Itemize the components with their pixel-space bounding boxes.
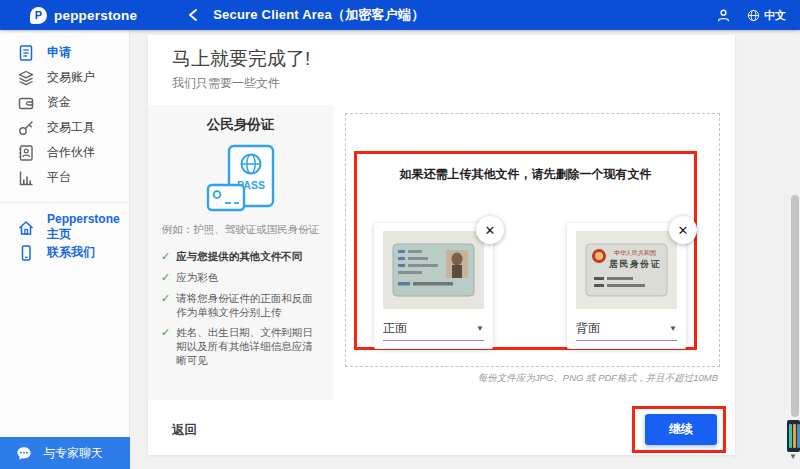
key-icon bbox=[17, 119, 35, 137]
pepperstone-logo-icon: P bbox=[30, 7, 47, 24]
side-select-front[interactable]: 正面 ▼ bbox=[383, 320, 484, 341]
sidebar: 申请 交易账户 资金 交易工具 bbox=[0, 30, 130, 469]
chat-label: 与专家聊天 bbox=[43, 445, 103, 462]
checklist-item: ✓ 姓名、出生日期、文件到期日期以及所有其他详细信息应清晰可见 bbox=[161, 325, 323, 368]
brand-name: pepperstone bbox=[54, 8, 137, 23]
scrollbar-mini-widget[interactable] bbox=[787, 420, 800, 452]
chevron-down-icon: ▼ bbox=[476, 324, 484, 333]
remove-file-button[interactable]: ✕ bbox=[476, 216, 504, 244]
chat-bubble-icon bbox=[16, 446, 32, 461]
check-icon: ✓ bbox=[161, 291, 170, 319]
sidebar-item-partners[interactable]: 合作伙伴 bbox=[0, 140, 129, 165]
sidebar-item-label: 交易工具 bbox=[47, 119, 95, 136]
user-icon[interactable] bbox=[716, 8, 731, 23]
sidebar-item-label: 交易账户 bbox=[47, 69, 95, 86]
content-heading: 马上就要完成了! bbox=[172, 46, 310, 72]
sidebar-item-label: 合作伙伴 bbox=[47, 144, 95, 161]
file-format-note: 每份文件应为JPG、PNG 或 PDF格式，并且不超过10MB bbox=[478, 372, 718, 385]
secure-client-area-page: P pepperstone Secure Client Area（加密客户端） … bbox=[0, 0, 800, 469]
sidebar-item-platforms[interactable]: 平台 bbox=[0, 165, 129, 190]
document-icon bbox=[17, 44, 35, 62]
chat-with-expert-button[interactable]: 与专家聊天 bbox=[0, 437, 130, 469]
sidebar-item-trading-accounts[interactable]: 交易账户 bbox=[0, 65, 129, 90]
sidebar-item-label: 联系我们 bbox=[47, 244, 95, 261]
check-icon: ✓ bbox=[161, 270, 170, 285]
uploaded-file-card-front: ✕ 正面 ▼ bbox=[374, 223, 493, 349]
language-switcher[interactable]: 中文 bbox=[747, 8, 786, 23]
sidebar-link-contact-us[interactable]: 联系我们 bbox=[0, 240, 129, 265]
pepperstone-logo[interactable]: P pepperstone bbox=[30, 7, 137, 24]
main-content: 马上就要完成了! 我们只需要一些文件 公民身份证 PASS 例如：护照、驾驶证或… bbox=[148, 35, 735, 455]
layers-icon bbox=[17, 69, 35, 87]
remove-file-button[interactable]: ✕ bbox=[669, 216, 697, 244]
sidebar-item-label: Pepperstone 主页 bbox=[47, 212, 129, 243]
chevron-down-icon: ▼ bbox=[669, 324, 677, 333]
checklist-item: ✓ 应为彩色 bbox=[161, 270, 323, 285]
sidebar-link-homepage[interactable]: Pepperstone 主页 bbox=[0, 215, 129, 240]
home-icon bbox=[17, 219, 35, 237]
upload-limit-warning: 如果还需上传其他文件，请先删除一个现有文件 bbox=[354, 166, 697, 183]
language-label: 中文 bbox=[764, 8, 786, 23]
passport-icon: PASS bbox=[148, 143, 333, 217]
upload-dropzone[interactable]: 如果还需上传其他文件，请先删除一个现有文件 ✕ bbox=[345, 113, 720, 367]
phone-icon bbox=[17, 244, 35, 262]
sidebar-item-label: 申请 bbox=[47, 44, 71, 61]
address-book-icon bbox=[17, 144, 35, 162]
back-button[interactable]: 返回 bbox=[172, 422, 197, 439]
id-front-image bbox=[383, 231, 484, 309]
wallet-icon bbox=[17, 94, 35, 112]
document-type-title: 公民身份证 bbox=[148, 116, 333, 134]
svg-text:居民身份证: 居民身份证 bbox=[608, 259, 662, 269]
continue-button[interactable]: 继续 bbox=[645, 414, 717, 445]
sidebar-item-trading-tools[interactable]: 交易工具 bbox=[0, 115, 129, 140]
uploaded-file-card-back: ✕ 中华人民共和国 居民身份证 背面 ▼ bbox=[567, 223, 686, 349]
top-bar: P pepperstone Secure Client Area（加密客户端） … bbox=[0, 0, 800, 30]
globe-icon bbox=[747, 9, 760, 22]
content-subheading: 我们只需要一些文件 bbox=[172, 75, 280, 92]
checklist-item: ✓ 应与您提供的其他文件不同 bbox=[161, 249, 323, 264]
scrollbar-thumb[interactable] bbox=[791, 195, 799, 417]
sidebar-item-application[interactable]: 申请 bbox=[0, 40, 129, 65]
bar-chart-icon bbox=[17, 169, 35, 187]
checklist-item: ✓ 请将您身份证件的正面和反面作为单独文件分别上传 bbox=[161, 291, 323, 319]
svg-text:中华人民共和国: 中华人民共和国 bbox=[614, 249, 656, 257]
page-title: Secure Client Area（加密客户端） bbox=[213, 6, 424, 24]
sidebar-item-label: 平台 bbox=[47, 169, 71, 186]
side-select-back[interactable]: 背面 ▼ bbox=[576, 320, 677, 341]
check-icon: ✓ bbox=[161, 325, 170, 368]
sidebar-divider bbox=[0, 202, 129, 203]
back-chevron-icon[interactable] bbox=[187, 7, 199, 23]
scrollbar-down-arrow[interactable]: ▼ bbox=[789, 452, 797, 461]
id-back-image: 中华人民共和国 居民身份证 bbox=[576, 231, 677, 309]
sidebar-item-label: 资金 bbox=[47, 94, 71, 111]
document-example-caption: 例如：护照、驾驶证或国民身份证 bbox=[148, 223, 333, 237]
document-info-panel: 公民身份证 PASS 例如：护照、驾驶证或国民身份证 ✓ bbox=[148, 105, 333, 400]
check-icon: ✓ bbox=[161, 249, 170, 264]
document-checklist: ✓ 应与您提供的其他文件不同 ✓ 应为彩色 ✓ 请将您身份证件的正面和反面作为单… bbox=[148, 249, 333, 368]
sidebar-item-funds[interactable]: 资金 bbox=[0, 90, 129, 115]
